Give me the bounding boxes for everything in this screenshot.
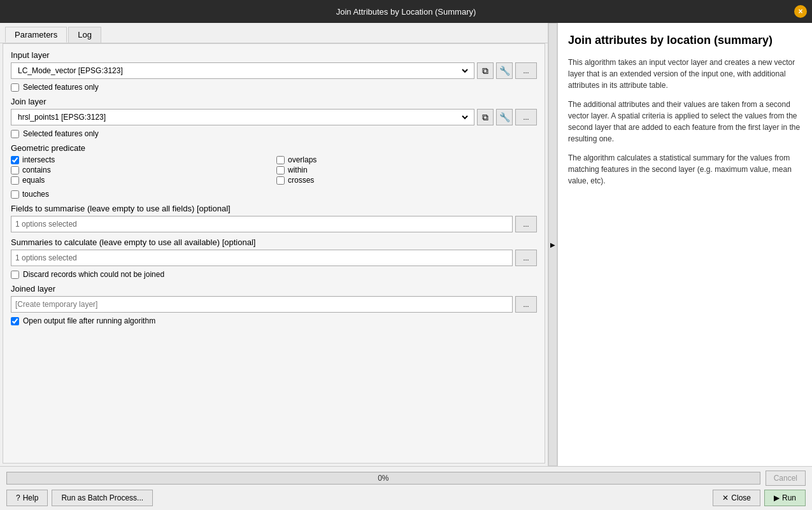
input-layer-copy-button[interactable]: ⧉ [477, 62, 494, 79]
input-layer-select[interactable]: LC_Mode_vector [EPSG:3123] [15, 64, 470, 77]
join-selected-checkbox[interactable] [11, 130, 19, 138]
predicate-contains: contains [11, 166, 271, 174]
parameters-panel: Input layer LC_Mode_vector [EPSG:3123] ⧉… [3, 43, 545, 464]
fields-input[interactable] [11, 216, 513, 232]
join-layer-dropdown[interactable]: hrsl_points1 [EPSG:3123] [11, 109, 474, 125]
joined-layer-more-button[interactable]: ... [515, 296, 537, 313]
close-icon: ✕ [722, 493, 729, 502]
progress-bar-container: 0% [6, 472, 760, 485]
overlaps-label: overlaps [288, 155, 317, 164]
join-layer-edit-button[interactable]: 🔧 [496, 109, 513, 125]
tab-log[interactable]: Log [68, 27, 101, 43]
contains-checkbox[interactable] [11, 166, 19, 174]
within-checkbox[interactable] [276, 166, 285, 174]
predicate-overlaps: overlaps [276, 155, 537, 164]
crosses-label: crosses [288, 176, 314, 185]
summaries-input[interactable] [11, 250, 513, 266]
input-selected-label: Selected features only [23, 83, 99, 92]
main-content: Parameters Log Input layer LC_Mode_vecto… [0, 23, 812, 466]
window-close-button[interactable]: × [794, 5, 807, 18]
join-layer-more-button[interactable]: ... [515, 109, 537, 125]
join-layer-label: Join layer [11, 97, 537, 106]
fields-row: ... [11, 216, 537, 232]
discard-checkbox[interactable] [11, 271, 19, 279]
intersects-checkbox[interactable] [11, 156, 19, 164]
input-selected-checkbox[interactable] [11, 83, 19, 92]
run-label: Run [782, 493, 796, 502]
title-bar: Join Attributes by Location (Summary) × [0, 0, 812, 23]
input-layer-more-button[interactable]: ... [515, 62, 537, 79]
input-layer-label: Input layer [11, 50, 537, 60]
right-buttons: ✕ Close ▶ Run [713, 490, 806, 506]
bottom-bar: 0% Cancel ? Help Run as Batch Process...… [0, 466, 812, 510]
cancel-button[interactable]: Cancel [766, 471, 806, 486]
tab-parameters[interactable]: Parameters [5, 27, 67, 43]
crosses-checkbox[interactable] [276, 176, 285, 185]
joined-layer-row: ... [11, 296, 537, 313]
input-layer-row: LC_Mode_vector [EPSG:3123] ⧉ 🔧 ... [11, 62, 537, 79]
summaries-row: ... [11, 250, 537, 266]
input-layer-dropdown[interactable]: LC_Mode_vector [EPSG:3123] [11, 62, 474, 79]
left-panel: Parameters Log Input layer LC_Mode_vecto… [0, 23, 548, 466]
summaries-label: Summaries to calculate (leave empty to u… [11, 237, 537, 247]
progress-text: 0% [378, 474, 388, 483]
join-layer-row: hrsl_points1 [EPSG:3123] ⧉ 🔧 ... [11, 109, 537, 125]
open-output-row: Open output file after running algorithm [11, 316, 537, 325]
equals-label: equals [22, 176, 45, 185]
contains-label: contains [22, 166, 51, 174]
buttons-row: ? Help Run as Batch Process... ✕ Close ▶… [6, 490, 806, 506]
join-selected-label: Selected features only [23, 129, 99, 138]
tab-bar: Parameters Log [0, 23, 548, 43]
open-output-label: Open output file after running algorithm [23, 316, 155, 325]
predicate-grid: intersects overlaps contains within equa… [11, 155, 537, 185]
batch-label: Run as Batch Process... [61, 493, 143, 502]
left-buttons: ? Help Run as Batch Process... [6, 490, 153, 506]
fields-more-button[interactable]: ... [515, 216, 537, 232]
input-selected-features-row: Selected features only [11, 83, 537, 92]
window-title: Join Attributes by Location (Summary) [336, 7, 476, 17]
help-text-2: The additional attributes and their valu… [568, 99, 802, 145]
close-label: Close [731, 493, 751, 502]
joined-layer-input[interactable] [11, 296, 513, 313]
run-icon: ▶ [774, 493, 780, 502]
predicate-within: within [276, 166, 537, 174]
help-title: Join attributes by location (summary) [568, 33, 802, 48]
open-output-checkbox[interactable] [11, 317, 19, 325]
touches-checkbox[interactable] [11, 190, 19, 199]
join-layer-copy-button[interactable]: ⧉ [477, 109, 494, 125]
progress-row: 0% Cancel [6, 471, 806, 486]
help-icon: ? [16, 493, 20, 502]
predicate-equals: equals [11, 176, 271, 185]
geometric-predicate-label: Geometric predicate [11, 143, 537, 153]
collapse-arrow[interactable]: ▶ [548, 23, 557, 466]
equals-checkbox[interactable] [11, 176, 19, 185]
predicate-crosses: crosses [276, 176, 537, 185]
within-label: within [288, 166, 308, 174]
intersects-label: intersects [22, 155, 55, 164]
help-panel: Join attributes by location (summary) Th… [557, 23, 812, 466]
overlaps-checkbox[interactable] [276, 156, 285, 164]
close-button[interactable]: ✕ Close [713, 490, 760, 506]
input-layer-edit-button[interactable]: 🔧 [496, 62, 513, 79]
fields-label: Fields to summarise (leave empty to use … [11, 204, 537, 213]
joined-layer-label: Joined layer [11, 284, 537, 294]
join-layer-select[interactable]: hrsl_points1 [EPSG:3123] [15, 111, 470, 124]
help-label: Help [23, 493, 39, 502]
help-text-3: The algorithm calculates a statistical s… [568, 152, 802, 187]
help-text-1: This algorithm takes an input vector lay… [568, 57, 802, 91]
discard-row: Discard records which could not be joine… [11, 270, 537, 279]
run-button[interactable]: ▶ Run [764, 490, 806, 506]
batch-process-button[interactable]: Run as Batch Process... [52, 490, 153, 506]
join-selected-features-row: Selected features only [11, 129, 537, 138]
discard-label: Discard records which could not be joine… [23, 270, 164, 279]
help-button[interactable]: ? Help [6, 490, 48, 506]
predicate-intersects: intersects [11, 155, 271, 164]
predicate-touches-row: touches [11, 190, 537, 199]
summaries-more-button[interactable]: ... [515, 250, 537, 266]
touches-label: touches [22, 190, 49, 199]
